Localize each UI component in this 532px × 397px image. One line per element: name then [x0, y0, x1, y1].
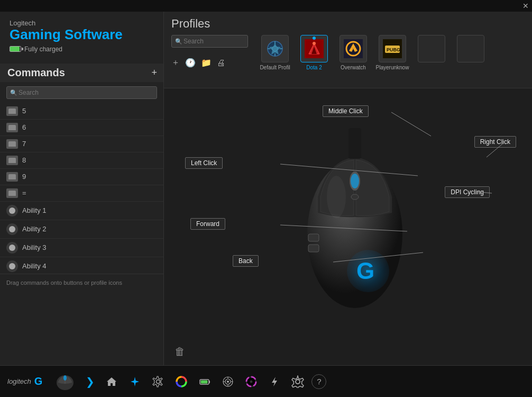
profile-icon-pubg: PUBG: [379, 35, 406, 62]
profile-icon-blank2: [457, 35, 484, 62]
trash-button[interactable]: 🗑: [175, 346, 185, 358]
overwatch-svg: [344, 39, 363, 58]
command-icon: [6, 156, 18, 165]
forward-label[interactable]: Forward: [190, 218, 225, 230]
profile-icon-default: [261, 35, 289, 62]
profiles-search-input[interactable]: [171, 35, 248, 48]
command-list-item[interactable]: Ability 1: [0, 202, 163, 220]
command-list-item[interactable]: Ability 3: [0, 239, 163, 257]
profiles-row: Default Profil Dota 2: [256, 35, 489, 70]
command-list-item[interactable]: Ability 4: [0, 257, 163, 273]
profile-item-dota2[interactable]: Dota 2: [296, 35, 333, 70]
command-label: 6: [22, 123, 26, 131]
command-list-item[interactable]: 7: [0, 136, 163, 152]
drag-hint: Drag commands onto buttons or profile ic…: [0, 274, 163, 291]
settings-icon[interactable]: [149, 372, 168, 391]
svg-rect-21: [348, 128, 361, 159]
svg-rect-17: [308, 234, 319, 241]
command-list-item[interactable]: 8: [0, 152, 163, 169]
command-list-item[interactable]: Ability 2: [0, 220, 163, 239]
clock-profile-button[interactable]: 🕐: [185, 58, 196, 68]
profiles-title: Profiles: [171, 17, 525, 31]
left-panel: Logitech Gaming Software Fully charged C…: [0, 12, 164, 365]
profile-item-overwatch[interactable]: Overwatch: [335, 35, 372, 70]
command-list-item[interactable]: 9: [0, 169, 163, 185]
command-label: 5: [22, 107, 26, 115]
svg-point-16: [351, 194, 359, 200]
svg-text:PUBG: PUBG: [387, 47, 400, 52]
active-profile-dot: [313, 37, 316, 40]
command-list-item[interactable]: =: [0, 185, 163, 202]
command-list-item[interactable]: 6: [0, 120, 163, 136]
svg-point-15: [351, 174, 359, 188]
back-label[interactable]: Back: [233, 255, 259, 267]
mouse-preview-svg: [53, 372, 77, 391]
svg-point-39: [227, 381, 229, 383]
profile-icon-overwatch: [340, 35, 367, 62]
command-label: 7: [22, 140, 26, 148]
profile-name-pubg: Playerunknow: [376, 65, 409, 70]
home-icon[interactable]: [102, 372, 121, 391]
svg-rect-36: [201, 380, 208, 383]
arrow-button[interactable]: ❯: [86, 375, 95, 388]
profile-item-default[interactable]: Default Profil: [256, 35, 293, 70]
mouse-preview[interactable]: [52, 371, 78, 392]
battery-fill: [10, 47, 20, 51]
command-label: Ability 4: [22, 262, 47, 270]
close-button[interactable]: ✕: [522, 2, 529, 10]
command-label: Ability 3: [22, 243, 47, 251]
profiles-search-wrap: 🔍: [171, 35, 248, 48]
command-icon: [6, 205, 18, 216]
command-list: 5 6 7 8 9 = Ability 1 Ability 2 Ability …: [0, 103, 163, 273]
right-click-label[interactable]: Right Click: [474, 136, 516, 148]
profiles-search-icon: 🔍: [175, 38, 182, 45]
bottom-logo-g: G: [34, 375, 43, 387]
color-icon[interactable]: [172, 372, 191, 391]
main-area: Profiles 🔍 ＋ 🕐 📁 🖨: [164, 12, 532, 365]
dpi-cycling-label[interactable]: DPI Cycling: [445, 186, 490, 198]
search-wrap-inner: 🔍: [6, 86, 157, 99]
profile-name-overwatch: Overwatch: [341, 65, 366, 70]
profile-name-dota2: Dota 2: [306, 65, 322, 70]
search-box-wrap: 🔍: [0, 82, 163, 103]
mouse-image: G: [286, 128, 424, 326]
command-list-item[interactable]: 5: [0, 103, 163, 120]
gear-large-icon[interactable]: [288, 372, 307, 391]
pubg-svg: PUBG: [383, 39, 402, 58]
profile-icon-dota2: [300, 35, 328, 62]
command-icon: [6, 223, 18, 235]
bottom-logo: logitech G: [7, 375, 42, 387]
logo-area: Logitech Gaming Software Fully charged: [0, 12, 163, 58]
svg-point-47: [296, 380, 300, 384]
default-profile-svg: [266, 40, 284, 58]
folder-profile-button[interactable]: 📁: [201, 58, 212, 68]
profile-item-blank1[interactable]: [413, 35, 450, 65]
command-icon: [6, 188, 18, 198]
commands-header: Commands +: [0, 64, 163, 82]
middle-click-label[interactable]: Middle Click: [323, 105, 369, 117]
command-search-input[interactable]: [6, 86, 157, 99]
target-icon[interactable]: [218, 372, 237, 391]
left-click-label[interactable]: Left Click: [185, 157, 223, 169]
add-command-button[interactable]: +: [151, 68, 157, 77]
add-profile-button[interactable]: ＋: [171, 57, 180, 68]
help-icon[interactable]: ?: [311, 374, 326, 389]
profile-item-blank2[interactable]: [452, 35, 489, 65]
spectrum-icon[interactable]: [242, 372, 261, 391]
lightning-icon[interactable]: [265, 372, 284, 391]
svg-rect-18: [308, 245, 319, 252]
command-icon: [6, 106, 18, 116]
svg-point-7: [313, 42, 316, 45]
profiles-actions: ＋ 🕐 📁 🖨: [171, 57, 248, 68]
battery-status: Fully charged: [24, 46, 62, 53]
command-icon: [6, 139, 18, 149]
profile-item-pubg[interactable]: PUBG Playerunknow: [374, 35, 411, 70]
command-label: 9: [22, 173, 26, 181]
battery-area: Fully charged: [10, 46, 154, 53]
app-title: Gaming Software: [10, 27, 154, 42]
mouse-area: Middle Click Right Click Left Click DPI …: [164, 88, 532, 365]
sparkle-icon[interactable]: [125, 372, 144, 391]
battery-bottom-icon[interactable]: [195, 372, 214, 391]
bottom-logo-text: logitech: [7, 377, 31, 385]
print-profile-button[interactable]: 🖨: [217, 58, 225, 68]
